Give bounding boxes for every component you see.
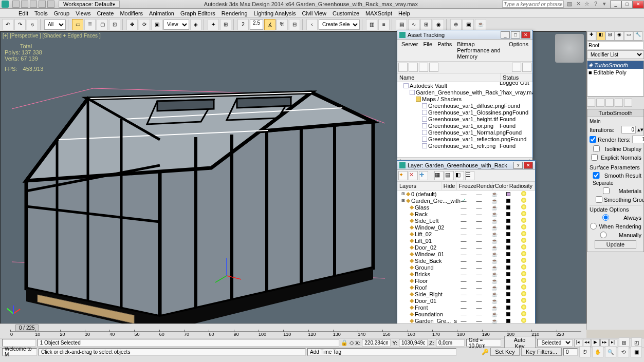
- render-iters-check[interactable]: [590, 136, 596, 143]
- menu-group[interactable]: Group: [51, 9, 73, 17]
- menu-views[interactable]: Views: [72, 9, 94, 17]
- show-end-result-button[interactable]: [596, 99, 604, 107]
- keyboard-shortcut-button[interactable]: ⊞: [220, 19, 231, 30]
- asset-row[interactable]: Greenhouse_var1_Normal.pngFound: [397, 129, 532, 136]
- maximize-button[interactable]: □: [621, 1, 633, 8]
- schematic-view-button[interactable]: ⊞: [420, 19, 432, 30]
- layer-row[interactable]: ◆Floor——☕: [397, 277, 535, 284]
- menu-modifiers[interactable]: Modifiers: [117, 9, 146, 17]
- layer-col-layers[interactable]: Layers: [397, 182, 441, 190]
- asset-tb4[interactable]: [429, 63, 438, 72]
- layer-row[interactable]: ◆Door_01——☕: [397, 297, 535, 304]
- sep-sg-check[interactable]: [596, 196, 602, 203]
- align-button[interactable]: ≡: [378, 19, 390, 30]
- layer-col-hide[interactable]: Hide: [441, 182, 457, 190]
- layer-row[interactable]: ◆Lift_01——☕: [397, 237, 535, 244]
- isolate-icon[interactable]: ◇: [349, 339, 354, 346]
- render-setup-button[interactable]: ⊕: [450, 19, 462, 30]
- maxscript-mini[interactable]: [2, 339, 36, 347]
- pivot-center-button[interactable]: ◈: [190, 19, 201, 30]
- close-button[interactable]: ✕: [633, 1, 644, 8]
- configure-sets-button[interactable]: [624, 99, 632, 107]
- move-button[interactable]: ✥: [126, 19, 138, 30]
- snap-2d-button[interactable]: 2: [237, 19, 249, 30]
- nav-max-button[interactable]: ▣: [631, 346, 642, 357]
- layer-row[interactable]: ◆Lift_02——☕: [397, 231, 535, 237]
- asset-menu-item[interactable]: Bitmap Performance and Memory: [455, 41, 506, 60]
- asset-tb1[interactable]: [398, 63, 408, 72]
- favorites-icon[interactable]: ☆: [583, 1, 591, 8]
- layer-row[interactable]: ◆Foundation——☕: [397, 311, 535, 317]
- remove-modifier-button[interactable]: [615, 99, 623, 107]
- qat-new-icon[interactable]: [12, 1, 20, 8]
- tab-hierarchy[interactable]: ⊟: [605, 31, 615, 41]
- smooth-result-check[interactable]: [590, 172, 603, 179]
- layer-sel-button[interactable]: ▦: [434, 171, 444, 180]
- layer-hide-button[interactable]: ◧: [455, 171, 464, 180]
- layer-col-radiosity[interactable]: Radiosity: [507, 182, 535, 190]
- dropdown-icon[interactable]: ▾: [601, 1, 608, 8]
- object-name-field[interactable]: [587, 42, 644, 49]
- render-iters-field[interactable]: [632, 136, 644, 143]
- snap-angle-button[interactable]: ∡: [264, 19, 275, 30]
- update-always-radio[interactable]: [590, 214, 622, 221]
- link-button[interactable]: ⎋: [27, 19, 38, 30]
- layer-row[interactable]: ◆Rack——☕: [397, 211, 535, 217]
- qat-undo-icon[interactable]: [39, 1, 46, 8]
- layer-row[interactable]: ◆Window_02——☕: [397, 224, 535, 231]
- help-search-input[interactable]: [502, 1, 564, 8]
- asset-menu-item[interactable]: Paths: [435, 41, 454, 60]
- redo-button[interactable]: ↷: [14, 19, 26, 30]
- layer-col-color[interactable]: Color: [493, 182, 507, 190]
- manipulate-button[interactable]: ✦: [208, 19, 219, 30]
- iterations-field[interactable]: [621, 126, 636, 134]
- layer-props-button[interactable]: ☰: [465, 171, 474, 180]
- layer-close-button[interactable]: ✕: [524, 162, 533, 169]
- layer-row[interactable]: ◆Side_Right——☕: [397, 291, 535, 297]
- layer-row[interactable]: ◆Bricks——☕: [397, 271, 535, 277]
- explicit-normals-check[interactable]: [590, 154, 599, 161]
- y-coord-field[interactable]: [399, 339, 428, 347]
- layer-list[interactable]: ⊞◆0 (default)——☕⊞◆Garden_Gre..._with✓——☕…: [397, 190, 535, 326]
- ref-coord-system[interactable]: View: [163, 20, 189, 30]
- layer-row[interactable]: ◆Glass——☕: [397, 204, 535, 211]
- asset-row[interactable]: Greenhouse_var1_diffuse.pngFound: [397, 102, 532, 109]
- menu-graph-editors[interactable]: Graph Editors: [177, 9, 218, 17]
- menu-tools[interactable]: Tools: [31, 9, 51, 17]
- modifier-stack[interactable]: ◈TurboSmooth ■Editable Poly: [587, 61, 644, 97]
- asset-row[interactable]: Garden_Greenhouse_with_Rack_max_vray.max…: [397, 89, 532, 96]
- selection-filter[interactable]: All: [44, 20, 66, 30]
- qat-save-icon[interactable]: [30, 1, 37, 8]
- asset-row[interactable]: Greenhouse_var1_Glossines.pngFound: [397, 109, 532, 116]
- setkey-button[interactable]: Set Key: [490, 348, 520, 356]
- tab-display[interactable]: ▭: [624, 31, 633, 41]
- x-coord-field[interactable]: [362, 339, 391, 347]
- menu-customize[interactable]: Customize: [329, 9, 362, 17]
- layer-col-render[interactable]: Render: [474, 182, 493, 190]
- update-render-radio[interactable]: [590, 223, 597, 230]
- viewport-label[interactable]: [+] [Perspective ] [Shaded + Edged Faces…: [3, 33, 101, 39]
- layer-row[interactable]: ◆Ground——☕: [397, 264, 535, 271]
- minimize-button[interactable]: _: [610, 1, 621, 8]
- current-frame-field[interactable]: [563, 348, 578, 356]
- snap-percent-button[interactable]: %: [277, 19, 288, 30]
- layer-new-button[interactable]: ✦: [398, 171, 408, 180]
- asset-tb5[interactable]: [512, 63, 521, 72]
- modifier-list[interactable]: Modifier List: [587, 50, 644, 59]
- time-tag[interactable]: Add Time Tag: [307, 348, 456, 356]
- material-editor-button[interactable]: ◉: [433, 19, 444, 30]
- qat-redo-icon[interactable]: [47, 1, 54, 8]
- z-coord-field[interactable]: [436, 339, 465, 347]
- layer-row[interactable]: ◆Roof——☕: [397, 284, 535, 291]
- asset-menu-item[interactable]: File: [421, 41, 434, 60]
- tab-utilities[interactable]: 🔧: [633, 31, 642, 41]
- mirror-button[interactable]: ▥: [366, 19, 377, 30]
- select-region-button[interactable]: ▢: [97, 19, 108, 30]
- layer-row[interactable]: ⊞◆0 (default)——☕: [397, 190, 535, 197]
- render-production-button[interactable]: ☕: [475, 19, 486, 30]
- render-frame-button[interactable]: ▣: [463, 19, 474, 30]
- layer-row[interactable]: ◆Side_Back——☕: [397, 257, 535, 264]
- asset-close-button[interactable]: ✕: [521, 31, 530, 39]
- nav-orbit-button[interactable]: ⟲: [618, 346, 629, 357]
- keymode-select[interactable]: Selected: [537, 339, 573, 347]
